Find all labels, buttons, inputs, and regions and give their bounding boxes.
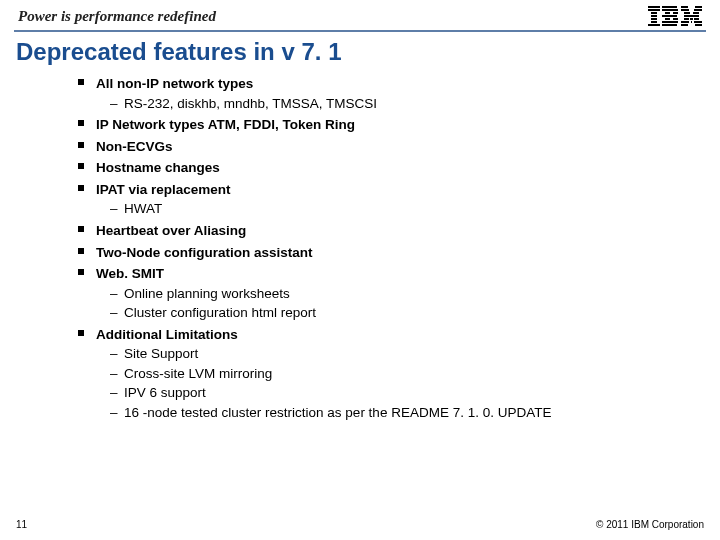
svg-rect-61 bbox=[690, 18, 693, 20]
slide-footer: 11 © 2011 IBM Corporation bbox=[0, 519, 720, 530]
svg-rect-41 bbox=[651, 18, 656, 20]
slide-title: Deprecated features in v 7. 1 bbox=[0, 38, 720, 72]
list-item-text: IP Network types ATM, FDDI, Token Ring bbox=[96, 117, 355, 132]
list-item: Non-ECVGs bbox=[78, 137, 660, 157]
svg-rect-51 bbox=[662, 21, 678, 23]
svg-rect-46 bbox=[665, 12, 670, 14]
svg-rect-62 bbox=[694, 18, 699, 20]
svg-rect-39 bbox=[651, 12, 656, 14]
list-item-text: Hostname changes bbox=[96, 160, 220, 175]
sub-list-item: Cross-site LVM mirroring bbox=[110, 364, 660, 384]
tagline: Power is performance redefined bbox=[18, 8, 216, 25]
svg-rect-54 bbox=[695, 6, 702, 8]
svg-rect-56 bbox=[694, 9, 702, 11]
svg-rect-42 bbox=[651, 21, 656, 23]
svg-rect-47 bbox=[673, 12, 678, 14]
ibm-logo-icon bbox=[648, 6, 702, 26]
svg-rect-65 bbox=[694, 21, 702, 23]
header-divider bbox=[14, 30, 706, 32]
svg-rect-58 bbox=[693, 12, 699, 14]
sub-list-item: RS-232, diskhb, mndhb, TMSSA, TMSCSI bbox=[110, 94, 660, 114]
list-item: Web. SMITOnline planning worksheetsClust… bbox=[78, 264, 660, 323]
sub-list-item: 16 -node tested cluster restriction as p… bbox=[110, 403, 660, 423]
svg-rect-40 bbox=[651, 15, 656, 17]
list-item-text: Non-ECVGs bbox=[96, 139, 173, 154]
sub-list: Online planning worksheetsCluster config… bbox=[110, 284, 660, 323]
svg-rect-43 bbox=[648, 24, 659, 26]
sub-list: HWAT bbox=[110, 199, 660, 219]
slide-header: Power is performance redefined bbox=[0, 0, 720, 29]
svg-rect-67 bbox=[695, 24, 702, 26]
list-item: All non-IP network typesRS-232, diskhb, … bbox=[78, 74, 660, 113]
svg-rect-38 bbox=[648, 9, 659, 11]
svg-rect-64 bbox=[691, 21, 692, 23]
list-item-text: IPAT via replacement bbox=[96, 182, 231, 197]
list-item: Heartbeat over Aliasing bbox=[78, 221, 660, 241]
svg-rect-45 bbox=[662, 9, 678, 11]
list-item: Two-Node configuration assistant bbox=[78, 243, 660, 263]
svg-rect-60 bbox=[684, 18, 689, 20]
sub-list-item: Online planning worksheets bbox=[110, 284, 660, 304]
list-item-text: Additional Limitations bbox=[96, 327, 238, 342]
svg-rect-55 bbox=[681, 9, 689, 11]
svg-rect-44 bbox=[662, 6, 677, 8]
bullet-list: All non-IP network typesRS-232, diskhb, … bbox=[78, 74, 660, 423]
sub-list-item: HWAT bbox=[110, 199, 660, 219]
svg-rect-59 bbox=[684, 15, 699, 17]
sub-list-item: IPV 6 support bbox=[110, 383, 660, 403]
list-item: IPAT via replacementHWAT bbox=[78, 180, 660, 219]
sub-list: Site SupportCross-site LVM mirroringIPV … bbox=[110, 344, 660, 422]
svg-rect-53 bbox=[681, 6, 688, 8]
list-item-text: All non-IP network types bbox=[96, 76, 253, 91]
svg-rect-49 bbox=[665, 18, 670, 20]
svg-rect-63 bbox=[681, 21, 689, 23]
slide-body: All non-IP network typesRS-232, diskhb, … bbox=[0, 72, 720, 423]
sub-list-item: Cluster configuration html report bbox=[110, 303, 660, 323]
svg-rect-52 bbox=[662, 24, 677, 26]
svg-rect-66 bbox=[681, 24, 688, 26]
list-item: Additional LimitationsSite SupportCross-… bbox=[78, 325, 660, 423]
sub-list-item: Site Support bbox=[110, 344, 660, 364]
page-number: 11 bbox=[16, 519, 27, 530]
copyright: © 2011 IBM Corporation bbox=[596, 519, 704, 530]
list-item-text: Web. SMIT bbox=[96, 266, 164, 281]
list-item: Hostname changes bbox=[78, 158, 660, 178]
svg-rect-57 bbox=[684, 12, 690, 14]
list-item-text: Two-Node configuration assistant bbox=[96, 245, 313, 260]
svg-rect-37 bbox=[648, 6, 659, 8]
svg-rect-48 bbox=[662, 15, 677, 17]
sub-list: RS-232, diskhb, mndhb, TMSSA, TMSCSI bbox=[110, 94, 660, 114]
list-item: IP Network types ATM, FDDI, Token Ring bbox=[78, 115, 660, 135]
svg-rect-50 bbox=[673, 18, 678, 20]
list-item-text: Heartbeat over Aliasing bbox=[96, 223, 246, 238]
